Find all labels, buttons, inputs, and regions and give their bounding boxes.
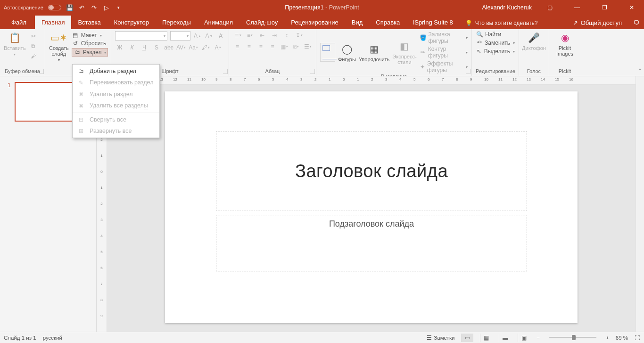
document-name: Презентация1 [285, 4, 323, 11]
tab-review[interactable]: Рецензирование [284, 16, 345, 29]
new-slide-button[interactable]: ▭✶ Создать слайд▾ [49, 31, 69, 63]
decrease-indent-icon[interactable]: ⇤ [257, 31, 267, 40]
tab-help[interactable]: Справка [369, 16, 406, 29]
format-painter-icon[interactable]: 🖌 [29, 52, 38, 60]
slide-counter[interactable]: Слайд 1 из 1 [4, 335, 36, 341]
pickit-button[interactable]: ◉Pickit Images [553, 31, 577, 57]
align-text-icon[interactable]: ⎚▾ [291, 42, 300, 51]
clear-format-icon[interactable]: A̷ [216, 32, 225, 40]
tab-animations[interactable]: Анимация [198, 16, 239, 29]
share-button[interactable]: ↗Общий доступ [566, 16, 628, 29]
tab-insert[interactable]: Вставка [71, 16, 107, 29]
highlight-button[interactable]: 🖍▾ [201, 43, 210, 52]
cut-icon[interactable]: ✂ [29, 32, 38, 41]
bullets-icon[interactable]: ≣▾ [233, 31, 242, 40]
line-spacing-icon[interactable]: ↕ [282, 31, 291, 40]
collapse-icon: ⊟ [77, 116, 85, 123]
zoom-level[interactable]: 69 % [616, 335, 628, 341]
reading-view-icon[interactable]: ▬ [499, 334, 511, 342]
comments-icon[interactable]: 🗨 [628, 16, 644, 29]
group-label: Голос [523, 68, 545, 75]
dictate-button[interactable]: 🎤Диктофон [523, 31, 545, 51]
shape-fill-button[interactable]: 🪣Заливка фигуры [420, 31, 468, 44]
strike-button[interactable]: abc [164, 43, 173, 52]
shapes-button[interactable]: ◯Фигуры [338, 42, 356, 62]
subtitle-placeholder[interactable]: Подзаголовок слайда [216, 215, 527, 271]
replace-icon: ᵃᵇ [476, 40, 483, 46]
copy-icon[interactable]: ⧉ [29, 42, 38, 50]
tab-design[interactable]: Конструктор [107, 16, 156, 29]
section-icon: 🗂 [74, 49, 81, 56]
select-button[interactable]: ↖Выделить [476, 48, 515, 55]
slide[interactable]: Заголовок слайда Подзаголовок слайда [165, 91, 578, 323]
section-button[interactable]: 🗂Раздел [72, 48, 108, 57]
group-clipboard: 📋 Вставить▾ ✂ ⧉ 🖌 Буфер обмена [0, 29, 45, 76]
tab-ispring[interactable]: iSpring Suite 8 [406, 16, 460, 29]
group-editing: 🔍Найти ᵃᵇЗаменить ↖Выделить Редактирован… [472, 29, 519, 76]
font-name-combo[interactable]: ▾ [115, 31, 167, 41]
change-case-button[interactable]: Aa▾ [189, 43, 198, 52]
tab-transitions[interactable]: Переходы [156, 16, 198, 29]
slideshow-view-icon[interactable]: ▣ [518, 334, 530, 342]
tab-view[interactable]: Вид [345, 16, 370, 29]
numbering-icon[interactable]: ≡▾ [245, 31, 255, 40]
expand-icon: ⊞ [77, 128, 85, 134]
increase-indent-icon[interactable]: ⇥ [270, 31, 279, 40]
font-size-combo[interactable]: ▾ [170, 31, 190, 41]
columns-icon[interactable]: ▥▾ [280, 42, 289, 51]
collapse-ribbon-icon[interactable]: ˄ [639, 68, 641, 73]
italic-button[interactable]: К [127, 43, 137, 52]
paste-button[interactable]: 📋 Вставить▾ [4, 31, 26, 57]
title-placeholder[interactable]: Заголовок слайда [216, 131, 527, 211]
lightbulb-icon: 💡 [465, 20, 472, 26]
text-direction-icon[interactable]: ↧▾ [294, 31, 304, 40]
reset-button[interactable]: ↺Сбросить [72, 40, 108, 47]
char-spacing-button[interactable]: AV▾ [176, 43, 186, 52]
clipboard-icon: 📋 [8, 31, 21, 44]
decrease-font-icon[interactable]: A▼ [205, 32, 213, 40]
pickit-icon: ◉ [558, 31, 571, 44]
justify-icon[interactable]: ≡ [268, 42, 277, 51]
horizontal-ruler: 1615141312111098765432101234567891011121… [107, 76, 636, 85]
tab-file[interactable]: Файл [3, 16, 35, 29]
replace-button[interactable]: ᵃᵇЗаменить [476, 40, 515, 46]
shape-outline-button[interactable]: ✏Контур фигуры [420, 46, 468, 59]
align-center-icon[interactable]: ≡ [245, 42, 254, 51]
dialog-launcher-icon[interactable] [466, 69, 471, 74]
arrange-button[interactable]: ▦Упорядочить [359, 42, 389, 62]
dialog-launcher-icon[interactable] [310, 69, 315, 74]
menu-delete-section: ✖Удалить раздел [73, 89, 159, 100]
shapes-gallery[interactable] [320, 43, 335, 62]
zoom-out-icon[interactable]: − [537, 335, 540, 341]
notes-icon: ☰ [427, 335, 432, 341]
language-indicator[interactable]: русский [43, 335, 62, 341]
normal-view-icon[interactable]: ▭ [461, 334, 473, 342]
fit-to-window-icon[interactable]: ⛶ [635, 335, 640, 341]
slide-sorter-icon[interactable]: ▦ [480, 334, 492, 342]
notes-button[interactable]: ☰Заметки [427, 335, 454, 341]
zoom-in-icon[interactable]: + [606, 335, 609, 341]
dialog-launcher-icon[interactable] [39, 69, 44, 74]
layout-button[interactable]: ▤Макет [72, 32, 108, 39]
menu-add-section[interactable]: 🗂Добавить раздел [73, 65, 159, 77]
window-title: Презентация1 - PowerPoint [0, 4, 644, 11]
zoom-slider[interactable] [549, 337, 596, 338]
tab-slideshow[interactable]: Слайд-шоу [239, 16, 284, 29]
share-icon: ↗ [573, 19, 578, 26]
shadow-button[interactable]: S [152, 43, 161, 52]
tab-home[interactable]: Главная [35, 16, 71, 29]
bold-button[interactable]: Ж [115, 43, 124, 52]
smartart-icon[interactable]: ☰▾ [303, 42, 312, 51]
underline-button[interactable]: Ч [140, 43, 149, 52]
align-right-icon[interactable]: ≡ [256, 42, 265, 51]
font-color-button[interactable]: A▾ [213, 43, 223, 52]
quick-styles-button[interactable]: ◧Экспресс- стили [392, 40, 416, 65]
find-button[interactable]: 🔍Найти [476, 31, 515, 38]
tell-me-search[interactable]: 💡Что вы хотите сделать? [460, 17, 544, 29]
increase-font-icon[interactable]: A▲ [193, 32, 202, 40]
dialog-launcher-icon[interactable] [223, 69, 228, 74]
section-menu: 🗂Добавить раздел ✎Переименовать раздел ✖… [72, 64, 160, 138]
align-left-icon[interactable]: ≡ [233, 42, 242, 51]
vertical-scrollbar[interactable] [636, 76, 644, 332]
shape-effects-button[interactable]: ✦Эффекты фигуры [420, 60, 468, 74]
